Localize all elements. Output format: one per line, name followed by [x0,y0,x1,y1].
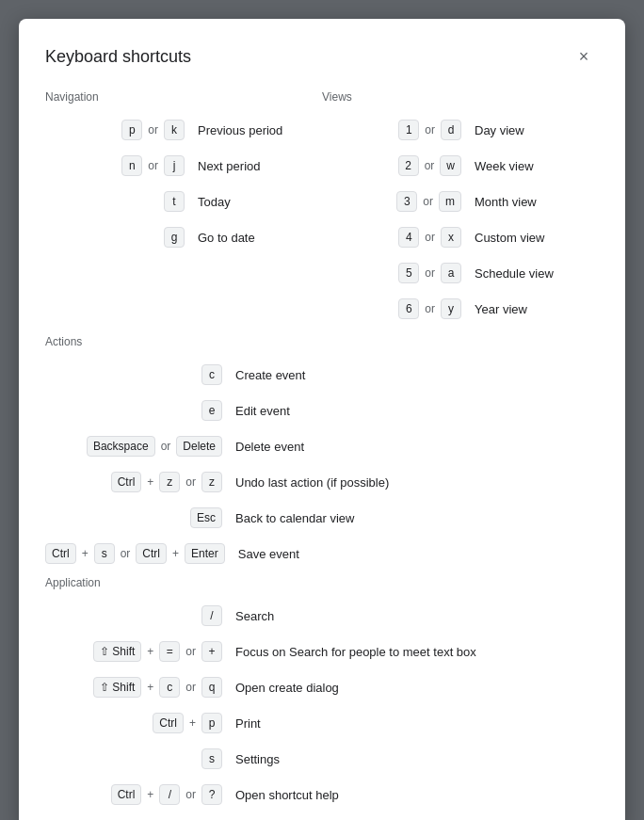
key-z2: z [201,472,222,492]
shortcut-label: Settings [233,752,280,766]
navigation-title: Navigation [45,90,322,104]
key-y: y [441,298,461,319]
shortcut-row: t Today [45,188,322,215]
key-n: n [121,155,142,176]
shortcut-keys: p or k [45,120,196,140]
shortcut-row: 4 or x Custom view [322,224,599,250]
shortcut-label: Year view [473,302,527,316]
shortcut-keys: Esc [45,507,233,528]
shortcut-row: Ctrl + p Print [45,710,599,736]
shortcut-label: Month view [473,195,537,209]
key-x: x [441,227,461,248]
key-shift: ⇧ Shift [93,641,141,662]
key-5: 5 [398,263,419,283]
key-6: 6 [398,298,419,319]
separator: or [185,788,196,801]
shortcut-row: Backspace or Delete Delete event [45,433,599,459]
shortcut-keys: / [45,605,233,626]
key-z: z [159,472,180,492]
close-button[interactable]: × [569,41,599,72]
shortcut-row: 5 or a Schedule view [322,260,599,286]
views-section: Views 1 or d Day view 2 or w Week view [322,90,599,331]
key-delete: Delete [176,436,222,457]
key-q: q [201,677,222,698]
shortcut-row: n or j Next period [45,153,322,179]
shortcut-keys: ⇧ Shift + c or q [45,677,233,698]
shortcut-row: p or k Previous period [45,117,322,143]
shortcut-keys: 6 or y [322,298,473,319]
views-title: Views [322,90,599,104]
separator: or [148,123,158,137]
plus-sign: + [189,716,196,730]
key-p: p [121,120,142,140]
nav-views-row: Navigation p or k Previous period n or j… [45,90,599,331]
separator: or [161,440,171,453]
shortcut-row: Esc Back to calendar view [45,505,599,531]
shortcut-row: Ctrl + / or ? Open shortcut help [45,781,599,808]
shortcut-keys: s [45,748,233,769]
shortcut-label: Edit event [233,404,290,418]
shortcut-label: Week view [473,159,534,173]
separator: or [121,547,131,560]
shortcut-keys: ⇧ Shift + = or + [45,641,233,662]
key-s2: s [201,748,222,769]
shortcut-label: Go to date [196,231,255,245]
plus-sign: + [172,547,179,560]
separator: or [425,159,435,172]
separator: or [148,159,158,172]
separator: or [185,475,196,489]
separator: or [425,231,435,244]
key-w: w [440,155,461,176]
shortcut-row: Ctrl + z or z Undo last action (if possi… [45,469,599,495]
key-ctrl5: Ctrl [111,784,142,805]
separator: or [425,266,435,280]
application-title: Application [45,576,599,589]
key-m: m [439,191,461,212]
shortcut-keys: g [45,227,196,248]
plus-sign: + [147,475,153,489]
shortcut-keys: Ctrl + z or z [45,472,233,492]
key-p2: p [201,713,222,733]
key-slash: / [201,605,222,626]
modal-title: Keyboard shortcuts [45,47,191,67]
shortcut-label: Open shortcut help [233,788,339,802]
navigation-section: Navigation p or k Previous period n or j… [45,90,322,331]
shortcut-row: ⇧ Shift + = or + Focus on Search for peo… [45,638,599,665]
shortcut-keys: 5 or a [322,263,473,283]
shortcut-label: Undo last action (if possible) [233,475,389,490]
shortcut-keys: n or j [45,155,196,176]
key-s: s [94,543,115,564]
shortcut-keys: Ctrl + / or ? [45,784,233,805]
key-question: ? [201,784,222,805]
shortcut-keys: 3 or m [322,191,473,212]
shortcut-row: Ctrl + s or Ctrl + Enter Save event [45,540,599,567]
shortcut-row: c Create event [45,362,599,388]
key-ctrl4: Ctrl [153,713,184,733]
shortcut-keys: 2 or w [322,155,473,176]
shortcut-label: Print [233,716,261,731]
key-shift2: ⇧ Shift [93,677,141,698]
key-a: a [441,263,461,283]
key-j: j [164,155,185,176]
shortcut-label: Open create dialog [233,681,339,695]
shortcut-label: Save event [236,547,299,561]
separator: or [423,195,433,208]
shortcut-label: Delete event [233,440,304,454]
shortcut-label: Create event [233,368,305,382]
key-c2: c [159,677,180,698]
shortcut-keys: Ctrl + p [45,713,233,733]
shortcut-label: Next period [196,159,260,173]
keyboard-shortcuts-modal: Keyboard shortcuts × Navigation p or k P… [19,19,625,820]
shortcut-label: Schedule view [473,266,554,281]
shortcut-keys: Ctrl + s or Ctrl + Enter [45,543,236,564]
key-enter: Enter [185,543,225,564]
shortcut-keys: t [45,191,196,212]
key-backspace: Backspace [87,436,155,457]
shortcut-row: 2 or w Week view [322,153,599,179]
key-1: 1 [398,120,419,140]
plus-sign: + [147,788,153,801]
key-ctrl2: Ctrl [45,543,76,564]
actions-section: Actions c Create event e Edit event Back… [45,335,599,567]
actions-title: Actions [45,335,599,348]
shortcut-label: Focus on Search for people to meet text … [233,645,476,659]
